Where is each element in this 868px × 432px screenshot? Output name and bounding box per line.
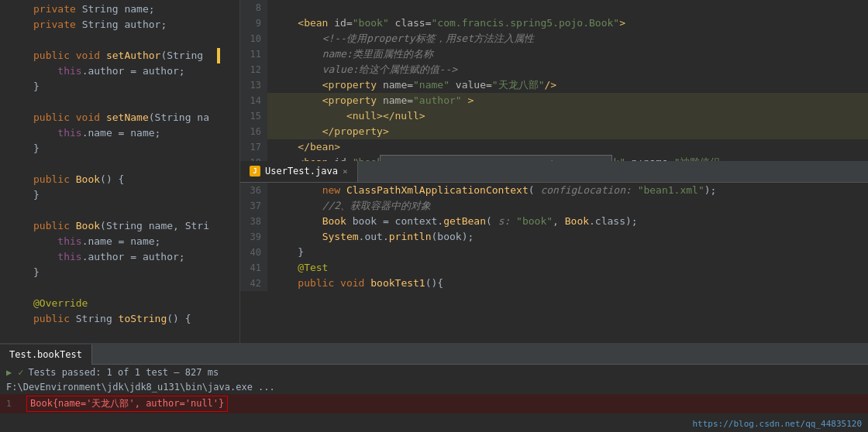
- test-result-text: Tests passed: 1 of 1 test – 827 ms: [28, 367, 219, 378]
- line-content: <!--使用property标签，用set方法注入属性: [267, 31, 868, 46]
- line-content: [27, 94, 239, 110]
- code-line: this.author = author;: [0, 249, 239, 265]
- line-number: 37: [240, 198, 267, 214]
- code-line-41: 41 @Test: [240, 260, 868, 276]
- line-content: this.author = author;: [27, 249, 239, 265]
- right-panel: 8 9 <bean id="book" class="com.francis.s…: [240, 0, 868, 343]
- line-content: }: [27, 141, 239, 156]
- code-line: [0, 33, 239, 48]
- line-content: [267, 0, 868, 15]
- xml-line-17: 17 </bean>: [240, 139, 868, 155]
- xml-line-16: 16 </property>: [240, 124, 868, 139]
- line-content: Book book = context.getBean( s: "book", …: [267, 214, 868, 229]
- left-code-content: private String name; private String auth…: [0, 0, 239, 328]
- line-content: this.author = author;: [27, 63, 239, 79]
- line-content: }: [267, 245, 868, 260]
- line-content: this.name = name;: [27, 234, 239, 249]
- line-content: }: [27, 265, 239, 280]
- java-file-icon: J: [250, 166, 260, 177]
- line-content: public String toString() {: [27, 311, 239, 327]
- output-line-1: F:\DevEnvironment\jdk\jdk8_u131\bin\java…: [0, 380, 868, 394]
- code-line: }: [0, 187, 239, 203]
- bottom-panel: Test.bookTest ▶ ✓ Tests passed: 1 of 1 t…: [0, 343, 868, 432]
- xml-area: 8 9 <bean id="book" class="com.francis.s…: [240, 0, 868, 161]
- csdn-link: https://blog.csdn.net/qq_44835120: [692, 419, 862, 429]
- code-line: }: [0, 141, 239, 156]
- xml-line-9: 9 <bean id="book" class="com.francis.spr…: [240, 15, 868, 31]
- bottom-right-link-area: https://blog.csdn.net/qq_44835120: [692, 417, 862, 429]
- line-number: 42: [240, 276, 267, 291]
- checkmark-icon: ✓: [18, 367, 23, 378]
- xml-line-13: 13 <property name="name" value="天龙八部"/>: [240, 77, 868, 93]
- popup-box: <property name="author" > <null></null> …: [380, 155, 612, 161]
- code-line-36: 36 new ClassPathXmlApplicationContext( c…: [240, 183, 868, 198]
- xml-line-15: 15 <null></null>: [240, 108, 868, 124]
- editor-area: private String name; private String auth…: [0, 0, 868, 343]
- popup-line-1: <property name="author" >: [381, 156, 611, 161]
- line-content: }: [27, 79, 239, 94]
- line-number: 15: [240, 108, 267, 124]
- output-line-2: 1 Book{name='天龙八部', author='null'}: [0, 394, 868, 413]
- line-number: 38: [240, 214, 267, 229]
- code-line: [0, 203, 239, 218]
- line-content: <null></null>: [267, 108, 868, 124]
- code-line: [0, 156, 239, 172]
- code-line: public void setAuthor(String: [0, 48, 239, 63]
- line-content: //2、获取容器中的对象: [267, 198, 868, 214]
- line-content: [27, 203, 239, 218]
- line-content: new ClassPathXmlApplicationContext( conf…: [267, 183, 868, 198]
- xml-line-8: 8: [240, 0, 868, 15]
- line-content: @Override: [27, 296, 239, 311]
- code-line: this.name = name;: [0, 125, 239, 141]
- line-number: 14: [240, 93, 267, 108]
- code-line: public void setName(String na: [0, 110, 239, 125]
- line-number: 11: [240, 46, 267, 62]
- line-number: 40: [240, 245, 267, 260]
- line-number: 12: [240, 62, 267, 77]
- line-content: public void setAuthor(String: [27, 48, 239, 63]
- line-content: public Book() {: [27, 172, 239, 187]
- code-line: public Book(String name, Stri: [0, 218, 239, 234]
- code-line: this.author = author;: [0, 63, 239, 79]
- xml-line-10: 10 <!--使用property标签，用set方法注入属性: [240, 31, 868, 46]
- line-content: name:类里面属性的名称: [267, 46, 868, 62]
- line-number: 17: [240, 139, 267, 155]
- bottom-tab-label: Test.bookTest: [9, 349, 82, 360]
- code-line: }: [0, 79, 239, 94]
- line-content: </property>: [267, 124, 868, 139]
- code-line: public Book() {: [0, 172, 239, 187]
- line-content: System.out.println(book);: [267, 229, 868, 245]
- output-result-box: Book{name='天龙八部', author='null'}: [26, 396, 228, 412]
- line-content: <property name="name" value="天龙八部"/>: [267, 77, 868, 93]
- code-line: @Override: [0, 296, 239, 311]
- line-content: public void bookTest1(){: [267, 276, 868, 291]
- code-line: [0, 94, 239, 110]
- tab-close-button[interactable]: ×: [343, 166, 348, 177]
- right-code-area: 36 new ClassPathXmlApplicationContext( c…: [240, 183, 868, 344]
- line-content: private String author;: [27, 17, 239, 33]
- bottom-tab-test[interactable]: Test.bookTest: [0, 345, 92, 365]
- line-content: [27, 156, 239, 172]
- test-result-bar: ▶ ✓ Tests passed: 1 of 1 test – 827 ms: [0, 365, 868, 380]
- line-number: 41: [240, 260, 267, 276]
- line-content: @Test: [267, 260, 868, 276]
- tab-usertest[interactable]: J UserTest.java ×: [240, 160, 358, 182]
- code-line-42: 42 public void bookTest1(){: [240, 276, 868, 291]
- warning-indicator: [217, 48, 220, 63]
- line-content: }: [27, 187, 239, 203]
- line-content: public void setName(String na: [27, 110, 239, 125]
- code-line: [0, 280, 239, 296]
- line-number: 10: [240, 31, 267, 46]
- line-content: <bean id="book" class="com.francis.sprin…: [267, 15, 868, 31]
- tab-filename: UserTest.java: [265, 166, 338, 177]
- code-line-38: 38 Book book = context.getBean( s: "book…: [240, 214, 868, 229]
- arrow-right-icon: ▶: [6, 367, 12, 378]
- line-number: 18: [240, 155, 267, 161]
- code-line: }: [0, 265, 239, 280]
- line-content: [27, 280, 239, 296]
- code-line: this.name = name;: [0, 234, 239, 249]
- output-text-1: F:\DevEnvironment\jdk\jdk8_u131\bin\java…: [6, 382, 275, 393]
- line-number: 36: [240, 183, 267, 198]
- code-line-37: 37 //2、获取容器中的对象: [240, 198, 868, 214]
- code-line: private String author;: [0, 17, 239, 33]
